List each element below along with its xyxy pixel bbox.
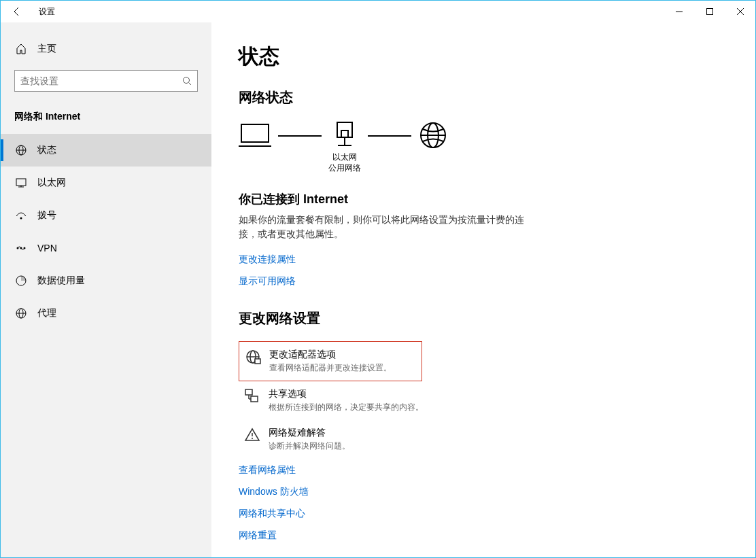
nav-dialup[interactable]: 拨号 xyxy=(1,199,211,232)
sidebar: 主页 网络和 Internet 状态 以太网 xyxy=(1,22,211,557)
svg-rect-30 xyxy=(255,359,260,364)
connection-line xyxy=(368,135,411,137)
home-icon xyxy=(14,43,28,54)
home-label: 主页 xyxy=(37,43,56,55)
svg-line-3 xyxy=(189,83,192,86)
nav-data-usage[interactable]: 数据使用量 xyxy=(1,264,211,297)
adapter-icon xyxy=(243,349,262,365)
show-networks-link[interactable]: 显示可用网络 xyxy=(239,275,728,287)
svg-point-10 xyxy=(20,217,22,220)
diagram-ethernet-label: 以太网 xyxy=(328,152,361,163)
link-sharing-center[interactable]: 网络和共享中心 xyxy=(239,508,728,520)
change-properties-link[interactable]: 更改连接属性 xyxy=(239,254,728,266)
proxy-icon xyxy=(14,307,28,319)
option-sub: 根据所连接到的网络，决定要共享的内容。 xyxy=(269,402,424,413)
link-network-reset[interactable]: 网络重置 xyxy=(239,529,728,542)
globe-node xyxy=(418,120,448,175)
option-adapter-settings[interactable]: 更改适配器选项 查看网络适配器并更改连接设置。 xyxy=(239,341,422,381)
svg-rect-1 xyxy=(706,9,712,15)
diagram-network-type: 公用网络 xyxy=(328,163,361,174)
vpn-icon xyxy=(14,242,28,254)
svg-rect-7 xyxy=(16,179,26,186)
option-title: 网络疑难解答 xyxy=(269,427,350,439)
option-sharing[interactable]: 共享选项 根据所连接到的网络，决定要共享的内容。 xyxy=(239,381,728,420)
change-settings-heading: 更改网络设置 xyxy=(239,309,728,328)
svg-rect-31 xyxy=(245,389,252,395)
connection-line xyxy=(278,135,322,137)
nav-label: 代理 xyxy=(37,307,56,319)
svg-rect-18 xyxy=(241,124,269,142)
globe-icon xyxy=(418,120,448,150)
svg-point-2 xyxy=(184,77,190,84)
link-network-properties[interactable]: 查看网络属性 xyxy=(239,464,728,476)
search-box[interactable] xyxy=(14,70,198,92)
dialup-icon xyxy=(14,209,28,222)
connected-desc: 如果你的流量套餐有限制，则你可以将此网络设置为按流量计费的连接，或者更改其他属性… xyxy=(239,213,524,241)
main-content: 状态 网络状态 xyxy=(211,22,755,557)
search-input[interactable] xyxy=(20,75,182,86)
sharing-icon xyxy=(243,388,262,404)
ethernet-icon xyxy=(14,177,28,189)
option-troubleshoot[interactable]: 网络疑难解答 诊断并解决网络问题。 xyxy=(239,420,728,459)
network-diagram: 以太网 公用网络 xyxy=(239,120,728,175)
option-sub: 查看网络适配器并更改连接设置。 xyxy=(269,362,392,374)
titlebar: 设置 xyxy=(1,1,755,22)
close-button[interactable] xyxy=(725,1,755,22)
pc-icon xyxy=(239,122,271,149)
maximize-button[interactable] xyxy=(694,1,725,22)
pc-node xyxy=(239,122,271,173)
status-icon xyxy=(14,144,28,156)
sidebar-section-label: 网络和 Internet xyxy=(1,105,211,134)
window-title: 设置 xyxy=(39,6,55,18)
connected-heading: 你已连接到 Internet xyxy=(239,191,728,207)
minimize-button[interactable] xyxy=(664,1,694,22)
nav-label: 数据使用量 xyxy=(37,275,85,287)
back-button[interactable] xyxy=(1,1,33,22)
search-icon xyxy=(182,76,192,86)
svg-rect-32 xyxy=(251,396,258,402)
nav-proxy[interactable]: 代理 xyxy=(1,297,211,330)
svg-point-36 xyxy=(252,438,253,439)
option-title: 更改适配器选项 xyxy=(269,349,392,361)
network-status-heading: 网络状态 xyxy=(239,88,728,107)
router-icon xyxy=(333,121,356,148)
link-firewall[interactable]: Windows 防火墙 xyxy=(239,486,728,498)
home-nav[interactable]: 主页 xyxy=(1,36,211,62)
nav-label: 拨号 xyxy=(37,209,56,222)
nav-vpn[interactable]: VPN xyxy=(1,232,211,264)
option-title: 共享选项 xyxy=(269,388,424,400)
nav-label: 以太网 xyxy=(37,177,66,189)
nav-label: 状态 xyxy=(37,144,56,156)
nav-ethernet[interactable]: 以太网 xyxy=(1,167,211,199)
svg-rect-21 xyxy=(341,130,348,137)
page-heading: 状态 xyxy=(239,43,728,71)
nav-status[interactable]: 状态 xyxy=(1,134,211,167)
warning-icon xyxy=(243,427,262,443)
option-sub: 诊断并解决网络问题。 xyxy=(269,440,350,452)
nav-label: VPN xyxy=(37,243,57,254)
data-usage-icon xyxy=(14,275,28,287)
router-node: 以太网 公用网络 xyxy=(328,121,361,173)
